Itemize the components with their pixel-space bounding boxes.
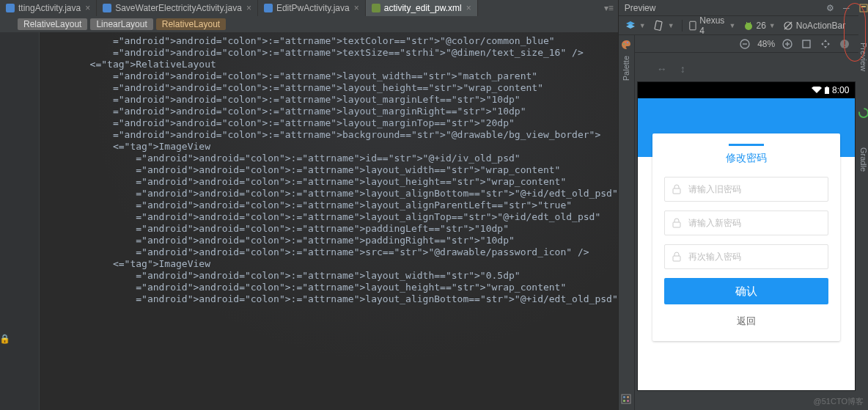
editor-tabs: ttingActivity.java× SaveWaterElectricity… [0, 0, 618, 16]
svg-rect-17 [844, 45, 845, 47]
tabs-overflow[interactable]: ▾≡ [478, 0, 618, 16]
device-statusbar: 8:00 [638, 82, 855, 98]
confirm-password-field[interactable]: 再次输入密码 [664, 244, 828, 269]
tab-savewater[interactable]: SaveWaterElectricityActivity.java× [97, 0, 258, 16]
theme-name: NoActionBar [796, 21, 845, 31]
tab-label: EditPwActivity.java [276, 3, 350, 13]
warning-icon[interactable] [838, 37, 851, 51]
zoom-fit-button[interactable] [800, 37, 813, 51]
close-icon[interactable]: × [246, 3, 251, 13]
preview-toolbar: ▼ ▼ Nexus 4 ▼ 26 ▼ NoActionBar [619, 16, 858, 35]
device-name: Nexus 4 [699, 15, 726, 36]
api-dropdown[interactable]: 26 ▼ [743, 21, 776, 31]
svg-rect-29 [673, 222, 680, 227]
right-tool-strip: Preview Gradle [858, 0, 868, 410]
svg-rect-28 [673, 188, 680, 194]
editor-pane: ttingActivity.java× SaveWaterElectricity… [0, 0, 618, 410]
gradle-tool-icon[interactable] [858, 108, 868, 118]
svg-point-4 [745, 23, 752, 30]
accent-line [729, 144, 764, 146]
gutter: 🔒 [0, 32, 40, 410]
java-icon [6, 4, 15, 12]
java-icon [264, 4, 273, 12]
minimize-icon[interactable]: ─ [839, 1, 853, 15]
layers-dropdown[interactable]: ▼ [625, 20, 646, 32]
svg-rect-2 [655, 21, 662, 30]
svg-rect-6 [750, 22, 751, 24]
field-placeholder: 再次输入密码 [688, 251, 741, 263]
svg-rect-25 [627, 400, 629, 402]
preview-title-bar: Preview ⚙ ─ [619, 0, 858, 16]
svg-marker-1 [626, 24, 635, 29]
old-password-field[interactable]: 请输入旧密码 [664, 177, 828, 202]
svg-rect-22 [623, 396, 625, 398]
preview-tool-icon[interactable] [858, 3, 868, 13]
zoom-value: 48% [757, 39, 775, 49]
lock-icon [672, 252, 681, 262]
confirm-button[interactable]: 确认 [664, 278, 828, 304]
svg-rect-27 [826, 87, 828, 87]
palette-icon [621, 40, 631, 50]
svg-point-18 [623, 43, 625, 45]
new-password-field[interactable]: 请输入新密码 [664, 211, 828, 235]
device-dropdown[interactable]: Nexus 4 ▼ [689, 15, 735, 36]
preview-title: Preview [625, 3, 656, 13]
battery-icon [825, 87, 829, 94]
java-icon [103, 4, 111, 12]
svg-point-19 [625, 42, 626, 43]
password-card: 修改密码 请输入旧密码 请输入新密码 再次输入密码 确认 返回 [652, 133, 840, 341]
api-level: 26 [757, 21, 766, 31]
svg-rect-16 [844, 41, 845, 45]
svg-rect-24 [623, 400, 625, 402]
preview-pane: Preview ⚙ ─ ▼ ▼ Nexus 4 ▼ 26 ▼ [618, 0, 858, 410]
svg-rect-23 [627, 396, 629, 398]
svg-rect-32 [861, 6, 866, 7]
lock-icon: 🔒 [0, 334, 7, 344]
field-placeholder: 请输入新密码 [688, 217, 741, 230]
palette-strip[interactable]: Palette [619, 35, 635, 410]
crumb-relativelayout[interactable]: RelativeLayout [18, 18, 87, 30]
tab-editpw[interactable]: EditPwActivity.java× [258, 0, 366, 16]
gear-icon[interactable]: ⚙ [823, 1, 836, 15]
orientation-dropdown[interactable]: ▼ [653, 20, 674, 32]
close-icon[interactable]: × [354, 3, 359, 13]
preview-tool-label[interactable]: Preview [859, 43, 868, 71]
crumb-relativelayout-inner[interactable]: RelativeLayout [156, 18, 226, 30]
tab-label: activity_edit_pw.xml [384, 3, 462, 13]
tab-label: SaveWaterElectricityActivity.java [115, 3, 242, 13]
tab-activity-edit-pw-xml[interactable]: activity_edit_pw.xml× [366, 0, 478, 16]
crumb-linearlayout[interactable]: LinearLayout [90, 18, 152, 30]
wifi-icon [812, 87, 822, 94]
watermark: @51CTO博客 [814, 396, 864, 407]
theme-dropdown[interactable]: NoActionBar [783, 21, 845, 31]
code-area[interactable]: 🔒 ="android">android="colon">:="attrname… [0, 32, 618, 410]
svg-rect-30 [673, 256, 680, 261]
close-icon[interactable]: × [85, 3, 90, 13]
svg-rect-26 [825, 87, 829, 94]
svg-rect-21 [622, 395, 630, 403]
preview-toolbar-secondary: 48% [619, 35, 858, 53]
svg-point-20 [627, 42, 628, 43]
palette-label: Palette [622, 56, 630, 81]
zoom-in-button[interactable] [781, 37, 794, 51]
preview-canvas[interactable]: ↔↕ 8:00 修改密码 请输入旧密码 请 [635, 53, 858, 410]
device-frame: 8:00 修改密码 请输入旧密码 请输入新密码 [638, 82, 855, 390]
pan-button[interactable] [819, 37, 832, 51]
tab-ttingactivity[interactable]: ttingActivity.java× [0, 0, 97, 16]
breadcrumb: RelativeLayout LinearLayout RelativeLayo… [0, 16, 618, 32]
svg-rect-14 [803, 40, 810, 48]
code-body[interactable]: ="android">android="colon">:="attrname">… [40, 32, 618, 410]
tab-label: ttingActivity.java [18, 3, 81, 13]
close-icon[interactable]: × [466, 3, 471, 13]
svg-point-33 [859, 109, 868, 117]
back-link[interactable]: 返回 [664, 315, 828, 328]
svg-rect-5 [746, 22, 747, 24]
lock-icon [672, 218, 681, 228]
gradle-tool-label[interactable]: Gradle [859, 147, 868, 172]
status-time: 8:00 [832, 85, 849, 95]
zoom-out-button[interactable] [738, 37, 751, 51]
svg-rect-31 [860, 4, 867, 12]
field-placeholder: 请输入旧密码 [688, 183, 741, 196]
component-tree-icon[interactable] [621, 394, 631, 404]
xml-icon [372, 4, 380, 12]
